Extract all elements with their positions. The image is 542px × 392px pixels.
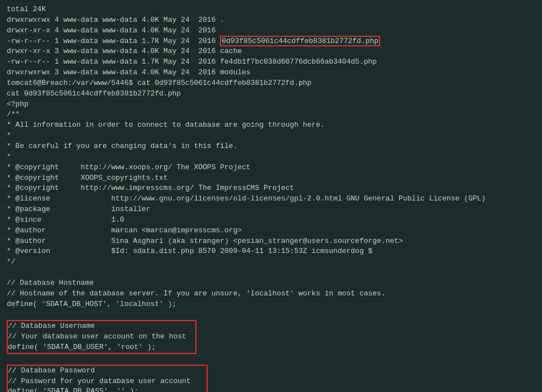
line-blank2 <box>7 309 535 320</box>
line-dir2: drwxr-xr-x 4 www-data www-data 4.0K May … <box>7 26 535 36</box>
line-comment3: * Be careful if you are changing data's … <box>7 141 535 152</box>
line-author2: * @author Sina Asghari (aka stranger) <p… <box>7 236 535 247</box>
db-user-highlight-box: // Database Username // Your database us… <box>7 320 196 354</box>
line-total: total 24K <box>7 4 535 15</box>
line-author1: * @author marcan <marcan@impresscms.org> <box>7 226 535 236</box>
line-copyright1: * @copyright http://www.xoops.org/ The X… <box>7 162 535 173</box>
terminal: total 24K drwxrwxrwx 4 www-data www-data… <box>0 0 542 392</box>
line-comment-end: */ <box>7 257 535 267</box>
line-version: * @version $Id: sdata.dist.php 8570 2009… <box>7 246 535 257</box>
line-copyright2: * @copyright XOOPS_copyrights.txt <box>7 173 535 184</box>
highlighted-filename: 0d93f85c5061c44cdffeb8381b2772fd.php <box>220 36 380 46</box>
line-cache: drwxr-xr-x 3 www-data www-data 4.0K May … <box>7 46 535 57</box>
line-db-username-desc: // Your database user account on the hos… <box>8 332 195 342</box>
line-since: * @since 1.0 <box>7 215 535 226</box>
line-db-hostname-desc: // Hostname of the database server. If y… <box>7 289 535 299</box>
line-blank3 <box>7 354 535 365</box>
line-modules: drwxrwxrwx 3 www-data www-data 4.0K May … <box>7 68 535 78</box>
line-db-password-desc: // Password for your database user accou… <box>8 376 207 387</box>
line-cmd: tomcat6@Breach:/var/www/5446$ cat 0d93f8… <box>7 78 535 89</box>
line-copyright3: * @copyright http://www.impresscms.org/ … <box>7 183 535 194</box>
line-comment1: * All information in order to connect to… <box>7 120 535 131</box>
line-comment-start: /** <box>7 109 535 120</box>
line-dir1: drwxrwxrwx 4 www-data www-data 4.0K May … <box>7 15 535 26</box>
line-db-username-comment: // Database Username <box>8 321 195 332</box>
line-blank1 <box>7 267 535 278</box>
line-comment4: * <box>7 152 535 162</box>
line-db-hostname-comment: // Database Hostname <box>7 278 535 289</box>
line-license: * @license http://www.gnu.org/licenses/o… <box>7 194 535 204</box>
line-file1: -rw-r--r-- 1 www-data www-data 1.7K May … <box>7 36 535 47</box>
line-cat: cat 0d93f85c5061c44cdffeb8381b2772fd.php <box>7 89 535 99</box>
line-db-password-comment: // Database Password <box>8 366 207 376</box>
line-db-hostname-define: define( 'SDATA_DB_HOST', 'localhost' ); <box>7 299 535 310</box>
line-package: * @package installer <box>7 204 535 215</box>
line-comment2: * <box>7 131 535 141</box>
line-db-password-define: define( 'SDATA_DB_PASS', '' ); <box>8 386 207 392</box>
db-pass-highlight-box: // Database Password // Password for you… <box>7 365 208 392</box>
line-php-open: <?php <box>7 99 535 110</box>
line-file2: -rw-r--r-- 1 www-data www-data 1.7K May … <box>7 57 535 68</box>
line-db-username-define: define( 'SDATA_DB_USER', 'root' ); <box>8 342 195 353</box>
